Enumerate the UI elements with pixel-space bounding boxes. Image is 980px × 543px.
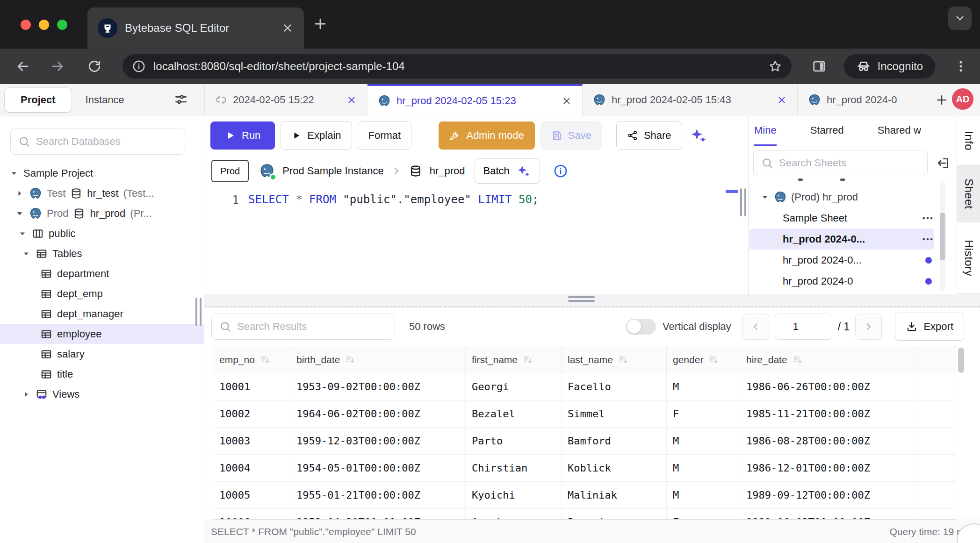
cell[interactable]: Koblick: [562, 455, 667, 481]
cell[interactable]: 1985-11-21T00:00:00Z: [740, 400, 915, 427]
tree-item-table[interactable]: salary: [0, 344, 204, 364]
cell[interactable]: Anneke: [466, 509, 562, 520]
tree-item-table-selected[interactable]: employee: [0, 324, 204, 344]
prev-page-button[interactable]: [742, 314, 769, 340]
cell[interactable]: 10001: [213, 373, 290, 400]
cell[interactable]: M: [667, 455, 740, 481]
new-tab-button[interactable]: [312, 16, 328, 32]
format-button[interactable]: Format: [358, 121, 412, 150]
column-header[interactable]: first_name: [466, 346, 562, 373]
splitter-drag-handle[interactable]: [568, 296, 595, 304]
sheet-item[interactable]: hr_prod 2024-0...: [749, 250, 934, 271]
cell[interactable]: Facello: [562, 373, 667, 400]
column-header[interactable]: hire_date: [740, 346, 915, 373]
column-header[interactable]: birth_date: [290, 346, 466, 373]
cell[interactable]: 1955-01-21T00:00:00Z: [290, 482, 466, 508]
cell[interactable]: 1953-09-02T00:00:00Z: [290, 373, 466, 400]
editor-minimap[interactable]: [724, 186, 740, 294]
more-actions-icon[interactable]: [921, 212, 934, 225]
browser-menu-icon[interactable]: [954, 59, 968, 73]
database-name[interactable]: hr_prod: [430, 165, 465, 177]
tree-item-table[interactable]: department: [0, 264, 204, 284]
tab-mine[interactable]: Mine: [754, 116, 777, 146]
tree-item-tables-group[interactable]: Tables: [0, 243, 204, 264]
sql-editor[interactable]: 1 SELECT * FROM "public"."employee" LIMI…: [204, 186, 748, 294]
sheet-item-selected[interactable]: hr_prod 2024-0...: [749, 229, 934, 250]
tree-item-schema[interactable]: public: [0, 223, 204, 243]
info-icon[interactable]: [553, 164, 568, 179]
sort-icon[interactable]: [618, 354, 630, 366]
chevron-down-icon[interactable]: [9, 169, 19, 178]
window-close-button[interactable]: [21, 20, 31, 30]
chevron-down-icon[interactable]: [22, 249, 31, 258]
cell[interactable]: 1959-12-03T00:00:00Z: [290, 428, 466, 454]
table-row-clipped[interactable]: 10006 1953-04-20T00:00:00Z Anneke Preusi…: [213, 509, 956, 520]
cell[interactable]: M: [667, 373, 740, 400]
tab-history[interactable]: History: [957, 222, 980, 294]
cell[interactable]: F: [667, 400, 740, 427]
cell[interactable]: Bamford: [562, 428, 667, 454]
reload-icon[interactable]: [87, 59, 102, 74]
save-button[interactable]: Save: [540, 121, 602, 150]
table-row[interactable]: 10005 1955-01-21T00:00:00Z Kyoichi Malin…: [213, 482, 956, 509]
cell[interactable]: M: [667, 482, 740, 508]
editor-tab[interactable]: hr_prod 2024-02-05 15:43: [583, 84, 798, 116]
table-row[interactable]: 10001 1953-09-02T00:00:00Z Georgi Facell…: [213, 373, 956, 400]
sheet-search[interactable]: [753, 150, 928, 176]
cell[interactable]: 10003: [213, 428, 290, 454]
sort-icon[interactable]: [792, 354, 804, 366]
column-header[interactable]: emp_no: [213, 346, 290, 373]
url-text[interactable]: localhost:8080/sql-editor/sheet/project-…: [153, 60, 761, 73]
cell[interactable]: 1986-08-28T00:00:00Z: [740, 428, 915, 454]
site-info-icon[interactable]: [132, 59, 146, 73]
cell[interactable]: 1953-04-20T00:00:00Z: [290, 509, 466, 520]
sort-icon[interactable]: [522, 354, 534, 366]
results-search-input[interactable]: [237, 321, 387, 333]
side-panel-icon[interactable]: [811, 58, 827, 74]
share-button[interactable]: Share: [616, 121, 682, 150]
page-number-input[interactable]: [775, 314, 832, 340]
cell[interactable]: 10005: [213, 482, 290, 508]
tree-item-project[interactable]: Sample Project: [0, 163, 204, 183]
explain-button[interactable]: Explain: [281, 121, 352, 150]
cell[interactable]: Bezalel: [466, 400, 562, 427]
cell[interactable]: 10004: [213, 455, 290, 481]
instance-name[interactable]: Prod Sample Instance: [282, 165, 383, 177]
editor-tab-clipped[interactable]: hr_prod 2024-0: [798, 84, 931, 116]
more-actions-icon[interactable]: [921, 233, 934, 246]
browser-tab-close-icon[interactable]: [281, 22, 294, 34]
browser-tab[interactable]: Bytebase SQL Editor: [87, 7, 304, 49]
results-scrollbar-thumb[interactable]: [958, 348, 964, 373]
cell[interactable]: Georgi: [466, 373, 562, 400]
close-tab-icon[interactable]: [562, 96, 572, 106]
cell[interactable]: 1954-05-01T00:00:00Z: [290, 455, 466, 481]
close-tab-icon[interactable]: [346, 95, 357, 105]
tree-item-database-test[interactable]: Test hr_test (Test...: [0, 183, 204, 203]
batch-mode-button[interactable]: Batch: [475, 158, 540, 184]
sheet-search-input[interactable]: [779, 157, 920, 169]
tab-sheet[interactable]: Sheet: [957, 165, 980, 222]
chevron-right-icon[interactable]: [15, 189, 24, 198]
window-minimize-button[interactable]: [39, 20, 49, 30]
tree-item-table[interactable]: title: [0, 364, 204, 384]
tab-search-button[interactable]: [948, 7, 972, 30]
new-sheet-tab-button[interactable]: [931, 84, 952, 116]
column-header[interactable]: gender: [667, 346, 740, 373]
chevron-down-icon[interactable]: [760, 193, 770, 202]
cell[interactable]: F: [667, 509, 740, 520]
tab-info[interactable]: Info: [957, 116, 980, 165]
database-search-input[interactable]: [36, 136, 177, 148]
cell[interactable]: 1986-12-01T00:00:00Z: [740, 455, 915, 481]
table-row[interactable]: 10004 1954-05-01T00:00:00Z Chirstian Kob…: [213, 455, 956, 482]
cell[interactable]: Preusig: [562, 509, 667, 520]
next-page-button[interactable]: [855, 314, 882, 340]
sort-icon[interactable]: [259, 354, 272, 366]
window-zoom-button[interactable]: [57, 20, 67, 30]
export-button[interactable]: Export: [895, 313, 964, 341]
tree-item-table[interactable]: dept_emp: [0, 284, 204, 304]
cell[interactable]: Chirstian: [466, 455, 562, 481]
tab-shared[interactable]: Shared w: [878, 116, 921, 146]
results-search[interactable]: [211, 314, 395, 340]
cell[interactable]: Parto: [466, 428, 562, 454]
sheet-scrollbar-thumb[interactable]: [940, 213, 945, 260]
